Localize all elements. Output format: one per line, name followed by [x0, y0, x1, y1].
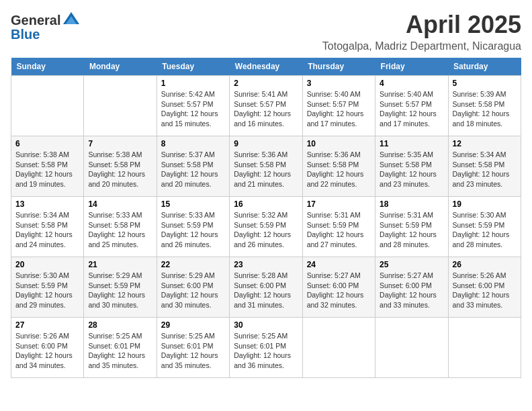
- day-info: Sunrise: 5:40 AM Sunset: 5:57 PM Dayligh…: [380, 89, 443, 129]
- day-number: 8: [161, 139, 225, 148]
- title-area: April 2025 Totogalpa, Madriz Department,…: [322, 11, 521, 52]
- weekday-header-thursday: Thursday: [302, 58, 375, 76]
- day-number: 27: [15, 320, 79, 330]
- day-info: Sunrise: 5:27 AM Sunset: 6:00 PM Dayligh…: [380, 271, 443, 310]
- logo: General Blue: [11, 11, 81, 42]
- day-cell: 29Sunrise: 5:25 AM Sunset: 6:01 PM Dayli…: [157, 318, 229, 378]
- day-cell: 4Sunrise: 5:40 AM Sunset: 5:57 PM Daylig…: [375, 76, 448, 136]
- day-cell: 8Sunrise: 5:37 AM Sunset: 5:58 PM Daylig…: [157, 136, 229, 197]
- day-number: 24: [307, 260, 371, 269]
- weekday-header-row: SundayMondayTuesdayWednesdayThursdayFrid…: [11, 58, 521, 76]
- day-number: 21: [88, 260, 152, 269]
- day-info: Sunrise: 5:42 AM Sunset: 5:57 PM Dayligh…: [161, 89, 225, 129]
- day-info: Sunrise: 5:30 AM Sunset: 5:59 PM Dayligh…: [453, 210, 517, 250]
- day-cell: 25Sunrise: 5:27 AM Sunset: 6:00 PM Dayli…: [375, 257, 448, 318]
- logo-icon: [62, 11, 81, 30]
- weekday-header-tuesday: Tuesday: [157, 58, 229, 76]
- weekday-header-saturday: Saturday: [448, 58, 521, 76]
- day-number: 19: [453, 199, 517, 209]
- day-number: 12: [453, 139, 517, 148]
- week-row-5: 27Sunrise: 5:26 AM Sunset: 6:00 PM Dayli…: [11, 318, 521, 378]
- day-cell: 17Sunrise: 5:31 AM Sunset: 5:59 PM Dayli…: [302, 197, 375, 257]
- day-number: 2: [234, 79, 298, 88]
- day-info: Sunrise: 5:34 AM Sunset: 5:58 PM Dayligh…: [15, 210, 79, 250]
- day-cell: 12Sunrise: 5:34 AM Sunset: 5:58 PM Dayli…: [448, 136, 521, 197]
- day-info: Sunrise: 5:36 AM Sunset: 5:58 PM Dayligh…: [234, 150, 298, 189]
- day-info: Sunrise: 5:26 AM Sunset: 6:00 PM Dayligh…: [15, 331, 79, 371]
- day-cell: 7Sunrise: 5:38 AM Sunset: 5:58 PM Daylig…: [84, 136, 157, 197]
- day-cell: 11Sunrise: 5:35 AM Sunset: 5:58 PM Dayli…: [375, 136, 448, 197]
- day-info: Sunrise: 5:38 AM Sunset: 5:58 PM Dayligh…: [15, 150, 79, 189]
- day-number: 1: [161, 79, 225, 88]
- day-number: 18: [380, 199, 443, 209]
- day-cell: [375, 318, 448, 378]
- day-number: 13: [15, 199, 79, 209]
- day-number: 15: [161, 199, 225, 209]
- header: General Blue April 2025 Totogalpa, Madri…: [11, 11, 521, 52]
- day-number: 3: [307, 79, 371, 88]
- day-info: Sunrise: 5:39 AM Sunset: 5:58 PM Dayligh…: [453, 89, 517, 129]
- day-cell: 5Sunrise: 5:39 AM Sunset: 5:58 PM Daylig…: [448, 76, 521, 136]
- day-number: 25: [380, 260, 443, 269]
- day-info: Sunrise: 5:25 AM Sunset: 6:01 PM Dayligh…: [161, 331, 225, 371]
- day-number: 17: [307, 199, 371, 209]
- day-number: 5: [453, 79, 517, 88]
- day-info: Sunrise: 5:31 AM Sunset: 5:59 PM Dayligh…: [307, 210, 371, 250]
- day-cell: 22Sunrise: 5:29 AM Sunset: 6:00 PM Dayli…: [157, 257, 229, 318]
- day-number: 14: [88, 199, 152, 209]
- day-cell: 28Sunrise: 5:25 AM Sunset: 6:01 PM Dayli…: [84, 318, 157, 378]
- weekday-header-wednesday: Wednesday: [230, 58, 302, 76]
- day-info: Sunrise: 5:25 AM Sunset: 6:01 PM Dayligh…: [234, 331, 298, 371]
- day-cell: 9Sunrise: 5:36 AM Sunset: 5:58 PM Daylig…: [230, 136, 302, 197]
- day-cell: [11, 76, 84, 136]
- day-info: Sunrise: 5:38 AM Sunset: 5:58 PM Dayligh…: [88, 150, 152, 189]
- location-title: Totogalpa, Madriz Department, Nicaragua: [322, 40, 521, 52]
- day-number: 4: [380, 79, 443, 88]
- day-number: 16: [234, 199, 298, 209]
- day-info: Sunrise: 5:32 AM Sunset: 5:59 PM Dayligh…: [234, 210, 298, 250]
- day-info: Sunrise: 5:34 AM Sunset: 5:58 PM Dayligh…: [453, 150, 517, 189]
- day-cell: 21Sunrise: 5:29 AM Sunset: 5:59 PM Dayli…: [84, 257, 157, 318]
- day-cell: 16Sunrise: 5:32 AM Sunset: 5:59 PM Dayli…: [230, 197, 302, 257]
- day-info: Sunrise: 5:29 AM Sunset: 5:59 PM Dayligh…: [88, 271, 152, 310]
- day-cell: [448, 318, 521, 378]
- day-number: 22: [161, 260, 225, 269]
- logo-general: General: [11, 13, 60, 28]
- day-info: Sunrise: 5:26 AM Sunset: 6:00 PM Dayligh…: [453, 271, 517, 310]
- day-info: Sunrise: 5:31 AM Sunset: 5:59 PM Dayligh…: [380, 210, 443, 250]
- day-number: 6: [15, 139, 79, 148]
- day-cell: 13Sunrise: 5:34 AM Sunset: 5:58 PM Dayli…: [11, 197, 84, 257]
- day-info: Sunrise: 5:30 AM Sunset: 5:59 PM Dayligh…: [15, 271, 79, 310]
- day-number: 30: [234, 320, 298, 330]
- weekday-header-friday: Friday: [375, 58, 448, 76]
- logo-blue: Blue: [11, 27, 40, 42]
- day-cell: 27Sunrise: 5:26 AM Sunset: 6:00 PM Dayli…: [11, 318, 84, 378]
- day-info: Sunrise: 5:29 AM Sunset: 6:00 PM Dayligh…: [161, 271, 225, 310]
- day-info: Sunrise: 5:25 AM Sunset: 6:01 PM Dayligh…: [88, 331, 152, 371]
- day-cell: 30Sunrise: 5:25 AM Sunset: 6:01 PM Dayli…: [230, 318, 302, 378]
- day-info: Sunrise: 5:27 AM Sunset: 6:00 PM Dayligh…: [307, 271, 371, 310]
- day-info: Sunrise: 5:41 AM Sunset: 5:57 PM Dayligh…: [234, 89, 298, 129]
- day-info: Sunrise: 5:36 AM Sunset: 5:58 PM Dayligh…: [307, 150, 371, 189]
- day-cell: [302, 318, 375, 378]
- day-cell: 1Sunrise: 5:42 AM Sunset: 5:57 PM Daylig…: [157, 76, 229, 136]
- day-cell: [84, 76, 157, 136]
- week-row-3: 13Sunrise: 5:34 AM Sunset: 5:58 PM Dayli…: [11, 197, 521, 257]
- day-number: 29: [161, 320, 225, 330]
- day-cell: 24Sunrise: 5:27 AM Sunset: 6:00 PM Dayli…: [302, 257, 375, 318]
- day-cell: 19Sunrise: 5:30 AM Sunset: 5:59 PM Dayli…: [448, 197, 521, 257]
- day-cell: 3Sunrise: 5:40 AM Sunset: 5:57 PM Daylig…: [302, 76, 375, 136]
- week-row-4: 20Sunrise: 5:30 AM Sunset: 5:59 PM Dayli…: [11, 257, 521, 318]
- day-info: Sunrise: 5:37 AM Sunset: 5:58 PM Dayligh…: [161, 150, 225, 189]
- weekday-header-sunday: Sunday: [11, 58, 84, 76]
- day-number: 23: [234, 260, 298, 269]
- day-number: 20: [15, 260, 79, 269]
- day-cell: 18Sunrise: 5:31 AM Sunset: 5:59 PM Dayli…: [375, 197, 448, 257]
- day-cell: 20Sunrise: 5:30 AM Sunset: 5:59 PM Dayli…: [11, 257, 84, 318]
- day-cell: 10Sunrise: 5:36 AM Sunset: 5:58 PM Dayli…: [302, 136, 375, 197]
- day-number: 9: [234, 139, 298, 148]
- day-info: Sunrise: 5:40 AM Sunset: 5:57 PM Dayligh…: [307, 89, 371, 129]
- week-row-2: 6Sunrise: 5:38 AM Sunset: 5:58 PM Daylig…: [11, 136, 521, 197]
- day-number: 7: [88, 139, 152, 148]
- day-info: Sunrise: 5:33 AM Sunset: 5:58 PM Dayligh…: [88, 210, 152, 250]
